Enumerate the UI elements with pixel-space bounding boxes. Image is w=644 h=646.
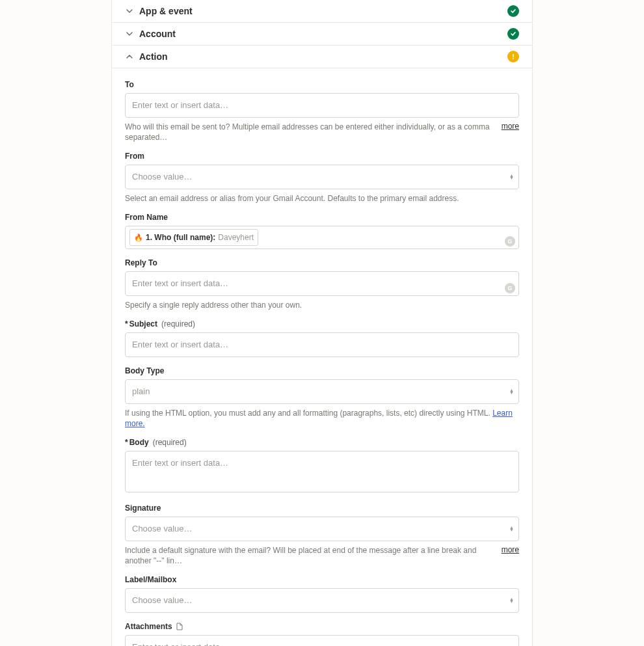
helper-text: If using the HTML option, you must add a… — [125, 408, 519, 429]
field-label: Attachments — [125, 622, 519, 631]
signature-select[interactable]: Choose value… — [125, 517, 519, 541]
field-reply-to: Reply To G Specify a single reply addres… — [125, 258, 519, 310]
attachments-input[interactable] — [125, 635, 519, 646]
field-subject: *Subject (required) — [125, 319, 519, 357]
reply-to-input[interactable] — [125, 271, 519, 296]
action-form: To Who will this email be sent to? Multi… — [112, 68, 532, 646]
token-value: Daveyhert — [218, 231, 254, 244]
data-token[interactable]: 🔥 1. Who (full name): Daveyhert — [129, 229, 258, 246]
helper-text: Who will this email be sent to? Multiple… — [125, 122, 495, 142]
field-from-name: From Name 🔥 1. Who (full name): Daveyher… — [125, 213, 519, 249]
grammarly-icon: G — [505, 236, 515, 247]
from-select[interactable]: Choose value… — [125, 165, 519, 189]
field-label: Signature — [125, 504, 519, 513]
field-to: To Who will this email be sent to? Multi… — [125, 80, 519, 142]
helper-text: Select an email address or alias from yo… — [125, 193, 519, 204]
warning-icon: ! — [507, 51, 519, 62]
chevron-down-icon — [125, 7, 134, 16]
check-icon — [507, 28, 519, 40]
more-link[interactable]: more — [502, 122, 519, 131]
subject-input[interactable] — [125, 332, 519, 357]
more-link[interactable]: more — [502, 545, 519, 554]
helper-text: Specify a single reply address other tha… — [125, 300, 519, 310]
chevron-up-icon — [125, 52, 134, 61]
field-from: From Choose value… ▲▼ Select an email ad… — [125, 152, 519, 204]
field-attachments: Attachments A file to be attached. Can b… — [125, 622, 519, 646]
label-mailbox-select[interactable]: Choose value… — [125, 588, 519, 613]
section-title: Action — [139, 51, 502, 62]
section-action[interactable]: Action ! — [112, 46, 532, 68]
section-title: App & event — [139, 6, 502, 16]
field-label: From — [125, 152, 519, 161]
field-signature: Signature Choose value… ▲▼ Include a def… — [125, 504, 519, 566]
body-input[interactable] — [125, 451, 519, 492]
helper-text: Include a default signature with the ema… — [125, 545, 495, 566]
field-label: From Name — [125, 213, 519, 222]
field-label-mailbox: Label/Mailbox Choose value… ▲▼ — [125, 575, 519, 613]
to-input[interactable] — [125, 93, 519, 118]
field-label: *Subject (required) — [125, 319, 519, 329]
field-label: Reply To — [125, 258, 519, 267]
field-label: Label/Mailbox — [125, 575, 519, 584]
body-type-select[interactable]: plain — [125, 379, 519, 404]
field-body-type: Body Type plain ▲▼ If using the HTML opt… — [125, 366, 519, 429]
grammarly-icon: G — [505, 283, 515, 293]
field-label: *Body (required) — [125, 438, 519, 447]
token-label: 1. Who (full name): — [146, 231, 215, 244]
field-body: *Body (required) — [125, 438, 519, 494]
editor-panel: App & event Account Action ! To Who will… — [111, 0, 533, 646]
file-icon — [176, 623, 183, 630]
section-account[interactable]: Account — [112, 23, 532, 46]
check-icon — [507, 5, 519, 17]
chevron-down-icon — [125, 29, 134, 38]
field-label: To — [125, 80, 519, 89]
from-name-input[interactable]: 🔥 1. Who (full name): Daveyhert — [125, 226, 519, 249]
app-icon: 🔥 — [134, 231, 143, 244]
section-app-event[interactable]: App & event — [112, 0, 532, 23]
section-title: Account — [139, 29, 502, 39]
field-label: Body Type — [125, 366, 519, 375]
